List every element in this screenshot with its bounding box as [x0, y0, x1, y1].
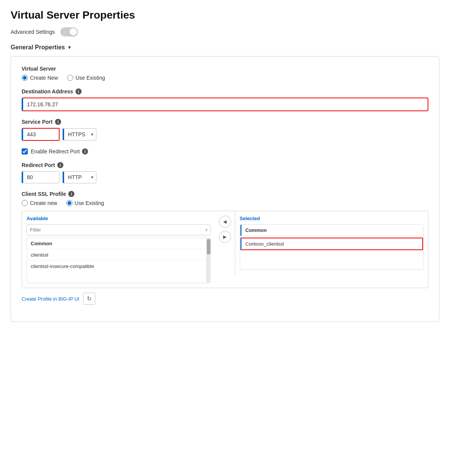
transfer-buttons-group: ◀ ▶ [215, 211, 235, 247]
client-ssl-use-existing-option[interactable]: Use Existing [66, 200, 104, 206]
main-card: Virtual Server Create New Use Existing D… [11, 56, 439, 322]
destination-address-label: Destination Address i [22, 88, 428, 95]
client-ssl-radio-group: Create new Use Existing [22, 200, 428, 206]
available-scrollbar-thumb [207, 239, 211, 254]
client-ssl-create-new-option[interactable]: Create new [22, 200, 57, 206]
right-arrow-icon: ▶ [223, 234, 227, 240]
service-protocol-select-wrapper: HTTPS HTTP Other [63, 128, 96, 140]
selected-item[interactable]: Contoso_clientssl [240, 238, 423, 250]
redirect-port-field-group: Redirect Port i HTTP HTTPS Other [22, 162, 428, 183]
service-port-input[interactable] [22, 128, 60, 141]
redirect-port-label: Redirect Port i [22, 162, 428, 168]
virtual-server-create-new-option[interactable]: Create New [22, 75, 58, 81]
client-ssl-info-icon[interactable]: i [68, 191, 74, 197]
client-ssl-field-group: Client SSL Profile i Create new Use Exis… [22, 191, 428, 305]
client-ssl-use-existing-label: Use Existing [75, 200, 104, 206]
selected-list-box: Common Contoso_clientssl [240, 224, 424, 270]
redirect-protocol-select-wrapper: HTTP HTTPS Other [63, 171, 96, 183]
list-item[interactable]: clientssl [27, 249, 206, 261]
virtual-server-use-existing-option[interactable]: Use Existing [67, 75, 105, 81]
enable-redirect-info-icon[interactable]: i [82, 148, 88, 154]
advanced-settings-row: Advanced Settings [11, 27, 439, 36]
advanced-settings-toggle[interactable] [60, 27, 78, 36]
client-ssl-use-existing-radio[interactable] [66, 200, 72, 206]
destination-address-field-group: Destination Address i [22, 88, 428, 111]
general-properties-header: General Properties ▼ [11, 44, 439, 51]
left-arrow-icon: ◀ [223, 219, 227, 224]
dual-list-container: Available ▾ Common clientssl clientssl-i… [22, 211, 428, 288]
filter-input-wrapper: ▾ [27, 224, 211, 235]
virtual-server-label: Virtual Server [22, 66, 428, 72]
destination-address-info-icon[interactable]: i [76, 88, 82, 95]
list-item[interactable]: clientssl-insecure-compatible [27, 261, 206, 272]
redirect-port-info-icon[interactable]: i [57, 162, 63, 168]
transfer-left-button[interactable]: ◀ [219, 216, 231, 228]
service-protocol-select[interactable]: HTTPS HTTP Other [63, 128, 96, 140]
selected-label: Selected [240, 216, 424, 221]
bottom-row: Create Profile in BIG-IP UI ↻ [22, 293, 428, 305]
virtual-server-use-existing-label: Use Existing [76, 75, 105, 81]
refresh-icon: ↻ [87, 295, 92, 302]
available-group-header: Common [27, 238, 206, 249]
client-ssl-create-new-radio[interactable] [22, 200, 28, 206]
available-label: Available [27, 216, 211, 221]
client-ssl-create-new-label: Create new [30, 200, 57, 206]
service-port-row: HTTPS HTTP Other [22, 128, 428, 141]
destination-address-input[interactable] [22, 98, 428, 111]
enable-redirect-checkbox[interactable] [22, 148, 28, 154]
transfer-right-button[interactable]: ▶ [219, 231, 231, 243]
client-ssl-label: Client SSL Profile i [22, 191, 428, 197]
toggle-knob [69, 28, 77, 36]
create-profile-link[interactable]: Create Profile in BIG-IP UI [22, 296, 79, 302]
service-port-info-icon[interactable]: i [55, 119, 61, 125]
virtual-server-field-group: Virtual Server Create New Use Existing [22, 66, 428, 81]
available-scrollbar[interactable] [207, 238, 211, 283]
enable-redirect-label: Enable Redirect Port i [31, 148, 88, 154]
selected-group-header: Common [240, 225, 423, 236]
redirect-protocol-select[interactable]: HTTP HTTPS Other [63, 171, 96, 183]
service-port-field-group: Service Port i HTTPS HTTP Other [22, 119, 428, 141]
available-list-box-wrapper: Common clientssl clientssl-insecure-comp… [27, 238, 211, 283]
general-properties-chevron-icon[interactable]: ▼ [67, 45, 72, 50]
filter-input[interactable] [27, 224, 211, 235]
available-list-box: Common clientssl clientssl-insecure-comp… [27, 238, 207, 283]
filter-icon: ▾ [205, 227, 208, 233]
selected-panel: Selected Common Contoso_clientssl [235, 211, 428, 274]
enable-redirect-row: Enable Redirect Port i [22, 148, 428, 154]
redirect-port-row: HTTP HTTPS Other [22, 171, 428, 183]
virtual-server-radio-group: Create New Use Existing [22, 75, 428, 81]
service-port-label: Service Port i [22, 119, 428, 125]
available-panel: Available ▾ Common clientssl clientssl-i… [22, 211, 215, 288]
general-properties-label: General Properties [11, 44, 65, 51]
redirect-port-input[interactable] [22, 171, 60, 183]
advanced-settings-label: Advanced Settings [11, 29, 55, 35]
virtual-server-create-new-radio[interactable] [22, 75, 28, 81]
page-title: Virtual Server Properties [11, 9, 439, 21]
virtual-server-use-existing-radio[interactable] [67, 75, 73, 81]
refresh-button[interactable]: ↻ [83, 293, 95, 305]
virtual-server-create-new-label: Create New [30, 75, 58, 81]
